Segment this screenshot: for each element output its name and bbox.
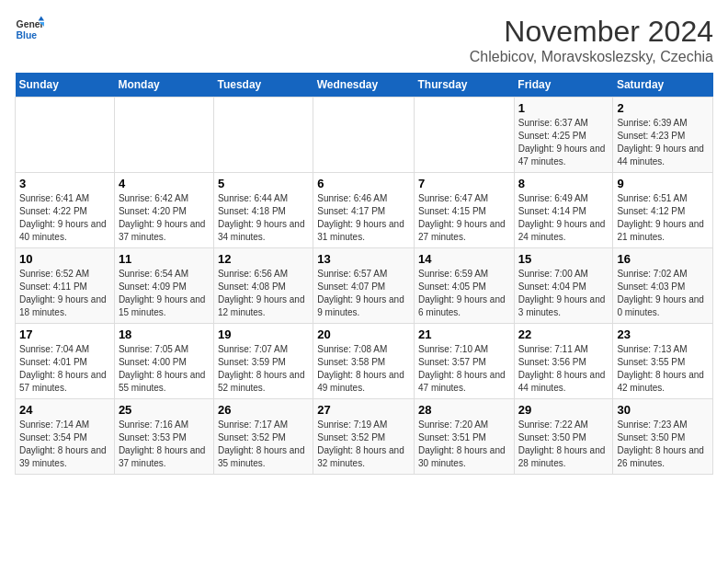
day-info: Sunrise: 7:08 AM Sunset: 3:58 PM Dayligh…: [317, 343, 410, 395]
svg-text:General: General: [17, 19, 44, 29]
title-area: November 2024 Chlebicov, Moravskoslezsky…: [470, 15, 713, 65]
day-cell: 12Sunrise: 6:56 AM Sunset: 4:08 PM Dayli…: [213, 248, 313, 324]
day-info: Sunrise: 7:05 AM Sunset: 4:00 PM Dayligh…: [119, 343, 210, 395]
week-row-4: 24Sunrise: 7:14 AM Sunset: 3:54 PM Dayli…: [16, 399, 713, 475]
weekday-header-sunday: Sunday: [16, 73, 115, 98]
weekday-header-tuesday: Tuesday: [213, 73, 313, 98]
logo: General Blue: [15, 15, 44, 44]
day-info: Sunrise: 7:19 AM Sunset: 3:52 PM Dayligh…: [317, 419, 410, 470]
day-cell: 22Sunrise: 7:11 AM Sunset: 3:56 PM Dayli…: [514, 324, 613, 399]
day-number: 28: [418, 403, 510, 417]
day-cell: [213, 98, 313, 173]
day-info: Sunrise: 6:46 AM Sunset: 4:17 PM Dayligh…: [317, 192, 410, 244]
day-cell: 19Sunrise: 7:07 AM Sunset: 3:59 PM Dayli…: [213, 324, 313, 399]
day-info: Sunrise: 6:51 AM Sunset: 4:12 PM Dayligh…: [617, 192, 709, 244]
day-info: Sunrise: 6:54 AM Sunset: 4:09 PM Dayligh…: [119, 268, 210, 319]
day-info: Sunrise: 7:13 AM Sunset: 3:55 PM Dayligh…: [617, 343, 709, 395]
day-info: Sunrise: 6:44 AM Sunset: 4:18 PM Dayligh…: [218, 192, 309, 244]
day-number: 7: [418, 177, 510, 190]
day-number: 15: [518, 252, 609, 266]
day-info: Sunrise: 6:39 AM Sunset: 4:23 PM Dayligh…: [617, 117, 709, 168]
day-number: 19: [218, 327, 309, 341]
day-cell: 2Sunrise: 6:39 AM Sunset: 4:23 PM Daylig…: [613, 98, 713, 173]
day-cell: 17Sunrise: 7:04 AM Sunset: 4:01 PM Dayli…: [16, 324, 115, 399]
day-cell: 28Sunrise: 7:20 AM Sunset: 3:51 PM Dayli…: [415, 399, 515, 475]
day-info: Sunrise: 6:56 AM Sunset: 4:08 PM Dayligh…: [218, 268, 309, 319]
day-number: 30: [617, 403, 709, 417]
header: General Blue November 2024 Chlebicov, Mo…: [15, 15, 713, 65]
week-row-0: 1Sunrise: 6:37 AM Sunset: 4:25 PM Daylig…: [16, 98, 713, 173]
logo-icon: General Blue: [15, 15, 44, 44]
day-cell: 26Sunrise: 7:17 AM Sunset: 3:52 PM Dayli…: [213, 399, 313, 475]
day-info: Sunrise: 7:02 AM Sunset: 4:03 PM Dayligh…: [617, 268, 709, 319]
day-cell: 29Sunrise: 7:22 AM Sunset: 3:50 PM Dayli…: [514, 399, 613, 475]
day-info: Sunrise: 7:07 AM Sunset: 3:59 PM Dayligh…: [218, 343, 309, 395]
day-cell: 4Sunrise: 6:42 AM Sunset: 4:20 PM Daylig…: [114, 173, 213, 248]
day-info: Sunrise: 6:47 AM Sunset: 4:15 PM Dayligh…: [418, 192, 510, 244]
day-cell: 3Sunrise: 6:41 AM Sunset: 4:22 PM Daylig…: [16, 173, 115, 248]
day-info: Sunrise: 6:52 AM Sunset: 4:11 PM Dayligh…: [19, 268, 110, 319]
day-number: 2: [617, 101, 709, 115]
weekday-header-monday: Monday: [114, 73, 213, 98]
day-cell: 8Sunrise: 6:49 AM Sunset: 4:14 PM Daylig…: [514, 173, 613, 248]
day-info: Sunrise: 6:59 AM Sunset: 4:05 PM Dayligh…: [418, 268, 510, 319]
day-number: 26: [218, 403, 309, 417]
day-number: 3: [19, 177, 110, 190]
day-number: 21: [418, 327, 510, 341]
weekday-header-wednesday: Wednesday: [313, 73, 415, 98]
day-number: 16: [617, 252, 709, 266]
day-cell: 23Sunrise: 7:13 AM Sunset: 3:55 PM Dayli…: [613, 324, 713, 399]
day-cell: 21Sunrise: 7:10 AM Sunset: 3:57 PM Dayli…: [415, 324, 515, 399]
day-cell: 18Sunrise: 7:05 AM Sunset: 4:00 PM Dayli…: [114, 324, 213, 399]
day-number: 29: [518, 403, 609, 417]
location-title: Chlebicov, Moravskoslezsky, Czechia: [470, 49, 713, 65]
day-info: Sunrise: 6:42 AM Sunset: 4:20 PM Dayligh…: [119, 192, 210, 244]
day-info: Sunrise: 7:20 AM Sunset: 3:51 PM Dayligh…: [418, 419, 510, 470]
day-cell: 7Sunrise: 6:47 AM Sunset: 4:15 PM Daylig…: [415, 173, 515, 248]
day-number: 8: [518, 177, 609, 190]
svg-marker-2: [39, 17, 44, 21]
week-row-3: 17Sunrise: 7:04 AM Sunset: 4:01 PM Dayli…: [16, 324, 713, 399]
day-info: Sunrise: 7:22 AM Sunset: 3:50 PM Dayligh…: [518, 419, 609, 470]
month-title: November 2024: [470, 15, 713, 49]
day-number: 27: [317, 403, 410, 417]
day-cell: [415, 98, 515, 173]
day-cell: 20Sunrise: 7:08 AM Sunset: 3:58 PM Dayli…: [313, 324, 415, 399]
weekday-header-row: SundayMondayTuesdayWednesdayThursdayFrid…: [16, 73, 713, 98]
day-number: 18: [119, 327, 210, 341]
day-number: 1: [518, 101, 609, 115]
day-info: Sunrise: 7:16 AM Sunset: 3:53 PM Dayligh…: [119, 419, 210, 470]
day-cell: 24Sunrise: 7:14 AM Sunset: 3:54 PM Dayli…: [16, 399, 115, 475]
day-number: 6: [317, 177, 410, 190]
day-info: Sunrise: 7:00 AM Sunset: 4:04 PM Dayligh…: [518, 268, 609, 319]
day-cell: [16, 98, 115, 173]
week-row-1: 3Sunrise: 6:41 AM Sunset: 4:22 PM Daylig…: [16, 173, 713, 248]
day-number: 24: [19, 403, 110, 417]
day-number: 4: [119, 177, 210, 190]
day-info: Sunrise: 7:23 AM Sunset: 3:50 PM Dayligh…: [617, 419, 709, 470]
weekday-header-saturday: Saturday: [613, 73, 713, 98]
day-cell: 5Sunrise: 6:44 AM Sunset: 4:18 PM Daylig…: [213, 173, 313, 248]
day-number: 12: [218, 252, 309, 266]
day-info: Sunrise: 6:57 AM Sunset: 4:07 PM Dayligh…: [317, 268, 410, 319]
day-number: 25: [119, 403, 210, 417]
day-cell: 15Sunrise: 7:00 AM Sunset: 4:04 PM Dayli…: [514, 248, 613, 324]
day-number: 22: [518, 327, 609, 341]
day-cell: 25Sunrise: 7:16 AM Sunset: 3:53 PM Dayli…: [114, 399, 213, 475]
day-cell: 14Sunrise: 6:59 AM Sunset: 4:05 PM Dayli…: [415, 248, 515, 324]
day-info: Sunrise: 7:14 AM Sunset: 3:54 PM Dayligh…: [19, 419, 110, 470]
day-cell: [313, 98, 415, 173]
day-number: 17: [19, 327, 110, 341]
day-info: Sunrise: 6:49 AM Sunset: 4:14 PM Dayligh…: [518, 192, 609, 244]
day-cell: 30Sunrise: 7:23 AM Sunset: 3:50 PM Dayli…: [613, 399, 713, 475]
day-number: 23: [617, 327, 709, 341]
day-cell: [114, 98, 213, 173]
day-info: Sunrise: 6:41 AM Sunset: 4:22 PM Dayligh…: [19, 192, 110, 244]
day-info: Sunrise: 7:11 AM Sunset: 3:56 PM Dayligh…: [518, 343, 609, 395]
day-info: Sunrise: 7:10 AM Sunset: 3:57 PM Dayligh…: [418, 343, 510, 395]
day-number: 13: [317, 252, 410, 266]
day-info: Sunrise: 7:04 AM Sunset: 4:01 PM Dayligh…: [19, 343, 110, 395]
day-number: 14: [418, 252, 510, 266]
day-cell: 1Sunrise: 6:37 AM Sunset: 4:25 PM Daylig…: [514, 98, 613, 173]
day-cell: 6Sunrise: 6:46 AM Sunset: 4:17 PM Daylig…: [313, 173, 415, 248]
